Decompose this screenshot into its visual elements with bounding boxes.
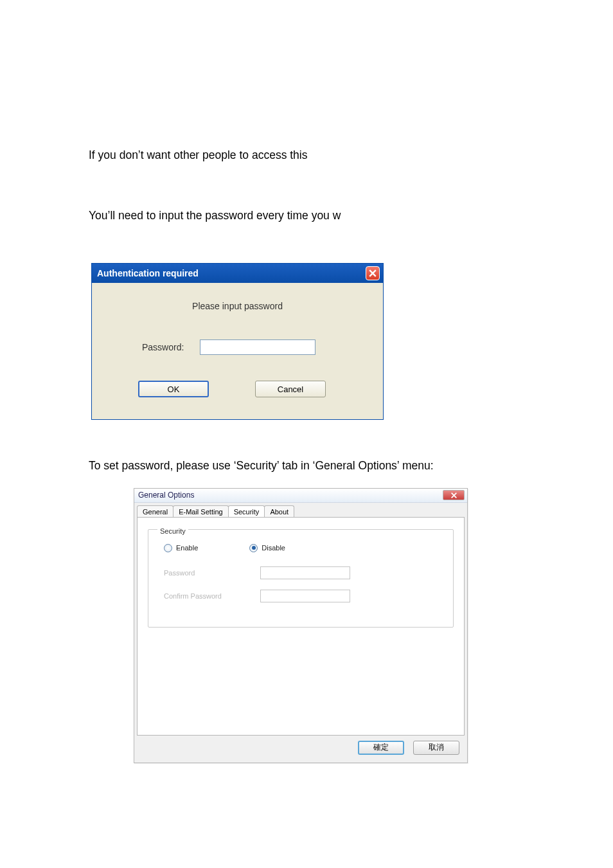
radio-enable[interactable]: Enable	[164, 544, 198, 552]
auth-title: Authentication required	[97, 268, 199, 278]
ok-button[interactable]: OK	[138, 381, 209, 397]
radio-enable-label: Enable	[176, 544, 198, 552]
security-fieldset-legend: Security	[157, 527, 188, 535]
security-enable-radio-row: Enable Disable	[164, 544, 444, 552]
radio-disable[interactable]: Disable	[249, 544, 285, 552]
close-icon	[450, 492, 458, 499]
password-label: Password	[164, 569, 260, 577]
close-button[interactable]	[366, 266, 380, 280]
intro-text-1: If you don’t want other people to access…	[89, 148, 613, 163]
general-options-dialog: General Options General E-Mail Setting S…	[134, 488, 468, 763]
radio-disable-label: Disable	[262, 544, 285, 552]
tab-email-setting[interactable]: E-Mail Setting	[173, 505, 228, 517]
cancel-button[interactable]: 取消	[413, 741, 459, 755]
security-fieldset: Security Enable Disable Password	[148, 529, 454, 628]
general-options-titlebar: General Options	[134, 489, 467, 503]
general-options-title: General Options	[138, 491, 194, 500]
password-input[interactable]	[260, 566, 350, 579]
confirm-password-label: Confirm Password	[164, 592, 260, 600]
general-options-footer: 確定 取消	[134, 741, 467, 763]
close-icon	[369, 269, 377, 277]
auth-instruction: Please input password	[103, 301, 371, 311]
radio-icon	[164, 544, 172, 552]
password-row: Password	[164, 566, 444, 579]
auth-titlebar: Authentication required	[92, 264, 383, 283]
security-panel: Security Enable Disable Password	[137, 517, 465, 736]
tab-strip: General E-Mail Setting Security About	[134, 503, 467, 517]
intro-text-2: You’ll need to input the password every …	[89, 208, 613, 224]
tab-about[interactable]: About	[264, 505, 294, 517]
tab-security[interactable]: Security	[228, 505, 265, 517]
cancel-button[interactable]: Cancel	[255, 381, 326, 397]
tab-general[interactable]: General	[137, 505, 173, 517]
auth-body: Please input password Password: OK Cance…	[92, 283, 383, 419]
intro-text-3: To set password, please use ‘Security’ t…	[89, 458, 613, 474]
authentication-required-dialog: Authentication required Please input pas…	[91, 263, 384, 420]
confirm-password-input[interactable]	[260, 590, 350, 602]
password-label: Password:	[142, 342, 200, 352]
password-input[interactable]	[200, 339, 315, 355]
close-button[interactable]	[443, 490, 465, 500]
radio-icon	[249, 544, 258, 552]
ok-button[interactable]: 確定	[358, 741, 404, 755]
confirm-password-row: Confirm Password	[164, 590, 444, 602]
password-row: Password:	[103, 339, 371, 355]
